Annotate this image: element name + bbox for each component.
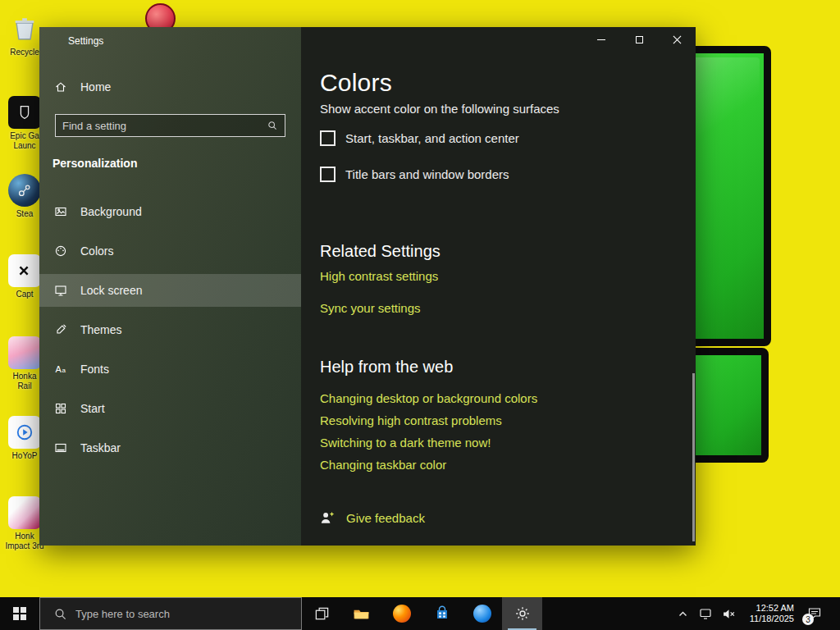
sidebar-item-colors[interactable]: Colors <box>39 235 301 267</box>
epic-games-icon <box>8 96 41 129</box>
sidebar-item-home[interactable]: Home <box>39 71 301 103</box>
tray-expand-button[interactable] <box>673 597 692 630</box>
accent-surfaces-label: Show accent color on the following surfa… <box>320 102 559 116</box>
sidebar-item-label: Start <box>80 402 105 415</box>
task-view-icon <box>314 606 330 622</box>
settings-sidebar: Settings Home Personalization Background <box>39 27 301 546</box>
checkbox-label: Title bars and window borders <box>345 167 509 181</box>
sidebar-section-heading: Personalization <box>52 157 137 170</box>
colors-icon <box>53 244 67 258</box>
firefox-icon <box>393 605 411 623</box>
minimize-icon[interactable] <box>582 27 620 52</box>
window-controls <box>582 27 696 52</box>
store-icon <box>434 605 450 622</box>
settings-gear-icon <box>514 605 531 622</box>
volume-muted-icon <box>722 607 736 621</box>
blue-app-button[interactable] <box>462 597 502 630</box>
start-grid-icon <box>53 402 67 415</box>
clock-date: 11/18/2025 <box>742 614 794 624</box>
sidebar-item-fonts[interactable]: Aa Fonts <box>39 353 301 386</box>
sidebar-item-label: Colors <box>80 244 113 258</box>
sidebar-item-start[interactable]: Start <box>39 392 301 425</box>
window-title: Settings <box>68 35 103 47</box>
checkbox-label: Start, taskbar, and action center <box>345 131 519 145</box>
give-feedback-button[interactable]: Give feedback <box>320 510 425 526</box>
clock-time: 12:52 AM <box>742 603 794 614</box>
link-taskbar-color[interactable]: Changing taskbar color <box>320 458 446 472</box>
action-center-button[interactable]: 3 <box>801 597 829 630</box>
find-setting-searchbox[interactable] <box>55 114 285 137</box>
hoyoplay-icon <box>8 416 41 449</box>
background-icon <box>53 205 67 218</box>
capcut-icon <box>8 254 41 287</box>
close-icon[interactable] <box>658 27 696 52</box>
tray-volume-button[interactable] <box>719 597 738 630</box>
sidebar-item-label: Background <box>80 205 142 218</box>
checkbox-icon[interactable] <box>320 167 336 182</box>
checkbox-start-taskbar[interactable]: Start, taskbar, and action center <box>320 130 519 146</box>
start-button[interactable] <box>0 597 39 630</box>
task-view-button[interactable] <box>302 597 341 630</box>
search-icon <box>267 120 278 131</box>
sidebar-item-label: Fonts <box>80 363 109 376</box>
taskbar-search-input[interactable] <box>75 608 301 620</box>
scrollbar-thumb[interactable] <box>692 373 695 541</box>
file-explorer-button[interactable] <box>341 597 381 630</box>
home-icon <box>53 80 67 94</box>
steam-icon <box>8 174 41 207</box>
link-high-contrast[interactable]: High contrast settings <box>320 269 438 283</box>
recycle-bin-icon <box>8 12 41 45</box>
settings-window: Settings Home Personalization Background <box>39 27 696 546</box>
page-title: Colors <box>320 69 392 97</box>
taskbar-search[interactable] <box>39 597 302 630</box>
link-dark-theme[interactable]: Switching to a dark theme now! <box>320 436 491 450</box>
checkbox-title-bars[interactable]: Title bars and window borders <box>320 167 509 182</box>
sidebar-item-label: Lock screen <box>80 284 142 297</box>
file-explorer-icon <box>353 605 370 623</box>
sidebar-nav: Background Colors Lock screen Themes <box>39 195 301 471</box>
search-input[interactable] <box>56 120 267 132</box>
store-button[interactable] <box>422 597 462 630</box>
settings-button[interactable] <box>502 597 542 630</box>
themes-icon <box>53 323 67 336</box>
checkbox-icon[interactable] <box>320 130 336 146</box>
link-sync-settings[interactable]: Sync your settings <box>320 301 421 315</box>
sidebar-item-taskbar[interactable]: Taskbar <box>39 431 301 464</box>
lock-screen-icon <box>53 284 67 297</box>
maximize-icon[interactable] <box>620 27 658 52</box>
firefox-button[interactable] <box>381 597 422 630</box>
search-icon <box>53 607 67 621</box>
svg-text:A: A <box>55 364 62 374</box>
sidebar-home-label: Home <box>80 80 111 94</box>
link-changing-desktop-colors[interactable]: Changing desktop or background colors <box>320 391 537 405</box>
svg-text:a: a <box>62 367 66 374</box>
feedback-icon <box>320 510 336 526</box>
help-heading: Help from the web <box>320 358 453 377</box>
sidebar-item-label: Themes <box>80 323 122 336</box>
taskbar: 12:52 AM 11/18/2025 3 <box>0 597 840 630</box>
fonts-icon: Aa <box>53 363 67 376</box>
sidebar-item-lock-screen[interactable]: Lock screen <box>39 274 301 307</box>
sidebar-item-background[interactable]: Background <box>39 195 301 228</box>
settings-content: Colors Show accent color on the followin… <box>301 27 696 546</box>
sidebar-item-label: Taskbar <box>80 441 121 454</box>
sidebar-item-themes[interactable]: Themes <box>39 313 301 346</box>
blue-app-icon <box>473 605 491 623</box>
notification-badge: 3 <box>802 614 814 625</box>
honkai-impact-icon <box>8 496 41 529</box>
chevron-up-icon <box>678 609 688 619</box>
windows-start-icon <box>13 607 26 620</box>
monitor-icon <box>699 607 712 620</box>
taskbar-clock[interactable]: 12:52 AM 11/18/2025 <box>742 603 797 624</box>
system-tray: 12:52 AM 11/18/2025 3 <box>673 597 840 630</box>
honkai-star-rail-icon <box>8 336 41 369</box>
tray-monitor-button[interactable] <box>696 597 715 630</box>
give-feedback-label: Give feedback <box>346 511 425 525</box>
taskbar-spacer <box>542 597 673 630</box>
taskbar-icon <box>53 441 67 454</box>
related-settings-heading: Related Settings <box>320 242 441 261</box>
link-resolving-contrast[interactable]: Resolving high contrast problems <box>320 413 502 427</box>
